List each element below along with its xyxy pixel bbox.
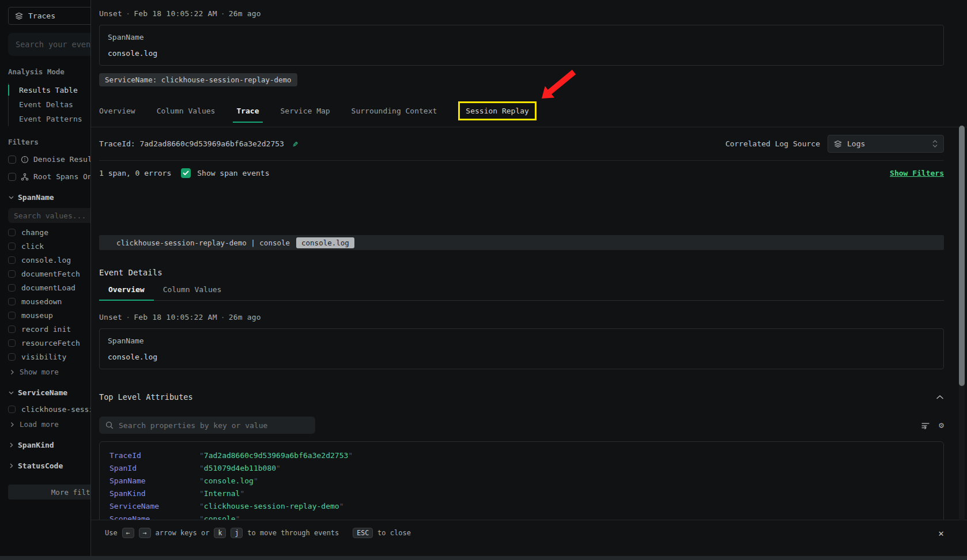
option-checkbox[interactable] [8, 312, 16, 319]
filter-group-servicename[interactable]: ServiceName [8, 388, 90, 397]
panel-footer: Use ← → arrow keys or k j to move throug… [91, 520, 967, 560]
timestamp-text: Feb 18 10:05:22 AM [134, 9, 217, 18]
option-checkbox[interactable] [8, 339, 16, 347]
event-search-placeholder: Search your event [16, 40, 90, 49]
tab-trace[interactable]: Trace [236, 104, 259, 118]
filter-option[interactable]: record init [8, 325, 90, 334]
tab-column-values[interactable]: Column Values [157, 104, 216, 118]
layers-icon [15, 12, 23, 20]
show-more-label: Show more [20, 368, 59, 376]
attribute-key: TraceId [109, 451, 199, 460]
root-spans-checkbox[interactable] [8, 173, 16, 181]
filter-group-spanname[interactable]: SpanName [8, 193, 90, 202]
filter-option[interactable]: clickhouse-sessi [8, 405, 90, 414]
denoise-results-toggle[interactable]: Denoise Results [8, 155, 90, 164]
edit-pencil-icon[interactable]: ✎ [293, 139, 298, 149]
filter-option[interactable]: mouseup [8, 311, 90, 320]
gear-icon[interactable]: ⚙ [939, 421, 944, 430]
option-checkbox[interactable] [8, 270, 16, 278]
correlated-log-source-label: Correlated Log Source [726, 139, 820, 148]
filter-option[interactable]: documentFetch [8, 270, 90, 278]
denoise-checkbox[interactable] [8, 156, 16, 164]
tab-surrounding-context[interactable]: Surrounding Context [352, 104, 437, 118]
filter-option[interactable]: mousedown [8, 297, 90, 306]
layers-icon [834, 140, 842, 148]
service-name-badge[interactable]: ServiceName: clickhouse-session-replay-d… [99, 73, 297, 86]
spanname-show-more[interactable]: Show more [8, 368, 90, 376]
attribute-row[interactable]: SpanIdd51079d4eb11b080 [100, 461, 943, 474]
option-label: documentFetch [21, 270, 80, 278]
sidebar: Traces Search your event Analysis Mode R… [0, 0, 90, 560]
attribute-row[interactable]: SpanNameconsole.log [100, 474, 943, 487]
event-details-title: Event Details [99, 268, 944, 277]
mode-event-deltas[interactable]: Event Deltas [9, 97, 90, 112]
event-details-tab-column-values[interactable]: Column Values [154, 285, 231, 300]
option-checkbox[interactable] [8, 353, 16, 361]
filter-group-statuscode-label: StatusCode [18, 461, 63, 470]
separator-dot: · [217, 313, 229, 321]
keyboard-hints: Use ← → arrow keys or k j to move throug… [105, 528, 411, 538]
waterfall-span-label: clickhouse-session-replay-demo | console [116, 239, 290, 247]
mode-results-table[interactable]: Results Table [9, 83, 90, 97]
option-checkbox[interactable] [8, 284, 16, 292]
tab-overview[interactable]: Overview [99, 104, 135, 118]
attribute-value: d51079d4eb11b080 [199, 464, 281, 472]
filter-option[interactable]: click [8, 242, 90, 251]
filter-group-servicename-label: ServiceName [18, 388, 67, 397]
option-label: change [21, 228, 48, 237]
spanname-values-search-input[interactable]: Search values... [8, 208, 90, 223]
timestamp-text: Feb 18 10:05:22 AM [134, 313, 217, 321]
collapse-chevron-up-icon[interactable] [936, 395, 944, 400]
panel-scrollbar[interactable] [959, 126, 965, 521]
hint-use-text: Use [105, 529, 118, 537]
filter-group-spanname-label: SpanName [18, 193, 54, 202]
option-label: record init [21, 325, 71, 334]
filter-group-statuscode[interactable]: StatusCode [8, 461, 90, 470]
panel-scrollbar-thumb[interactable] [959, 126, 965, 386]
option-checkbox[interactable] [8, 229, 16, 236]
attribute-row[interactable]: SpanKindInternal [100, 487, 943, 500]
filter-option[interactable]: console.log [8, 256, 90, 264]
source-selector-traces[interactable]: Traces [8, 7, 90, 25]
close-icon[interactable]: ✕ [938, 529, 944, 538]
option-checkbox[interactable] [8, 256, 16, 264]
filter-group-spankind[interactable]: SpanKind [8, 441, 90, 449]
filter-option[interactable]: visibility [8, 353, 90, 361]
tab-session-replay[interactable]: Session Replay [458, 101, 537, 120]
option-checkbox[interactable] [8, 406, 16, 413]
show-span-events-checkbox[interactable] [181, 168, 191, 178]
show-filters-link[interactable]: Show Filters [890, 169, 944, 177]
event-timestamp-row: Unset·Feb 18 10:05:22 AM·26m ago [99, 301, 944, 321]
more-filters-button[interactable]: More filters [8, 485, 90, 500]
annotation-arrow-icon [539, 69, 576, 101]
root-spans-toggle[interactable]: Root Spans Only [8, 172, 90, 181]
waterfall-span-bar[interactable]: clickhouse-session-replay-demo | console… [99, 235, 944, 250]
attribute-key: SpanKind [109, 489, 199, 498]
attributes-search-input[interactable]: Search properties by key or value [99, 417, 315, 434]
servicename-load-more[interactable]: Load more [8, 420, 90, 429]
event-details-tab-overview[interactable]: Overview [99, 285, 154, 300]
kbd-arrow-left: ← [122, 528, 134, 538]
log-source-select[interactable]: Logs [828, 135, 944, 153]
option-checkbox[interactable] [8, 326, 16, 333]
option-label: mousedown [21, 297, 62, 306]
kbd-esc: ESC [353, 528, 373, 538]
separator-dot: · [122, 9, 134, 18]
tab-service-map[interactable]: Service Map [281, 104, 330, 118]
option-label: mouseup [21, 311, 53, 320]
attribute-row[interactable]: ServiceNameclickhouse-session-replay-dem… [100, 500, 943, 512]
option-checkbox[interactable] [8, 243, 16, 250]
arrange-lines-icon[interactable] [921, 421, 930, 429]
denoise-icon [21, 156, 29, 164]
event-search-input[interactable]: Search your event [8, 33, 90, 56]
option-checkbox[interactable] [8, 298, 16, 305]
attribute-row[interactable]: TraceId7ad2ad8660c9d53969a6bf6a3e2d2753 [100, 449, 943, 461]
select-chevrons-icon [932, 140, 938, 147]
option-label: resourceFetch [21, 339, 80, 347]
filters-label: Filters [8, 138, 90, 146]
chevron-right-icon [9, 422, 15, 427]
filter-option[interactable]: resourceFetch [8, 339, 90, 347]
mode-event-patterns[interactable]: Event Patterns [9, 112, 90, 126]
filter-option[interactable]: documentLoad [8, 283, 90, 292]
filter-option[interactable]: change [8, 228, 90, 237]
